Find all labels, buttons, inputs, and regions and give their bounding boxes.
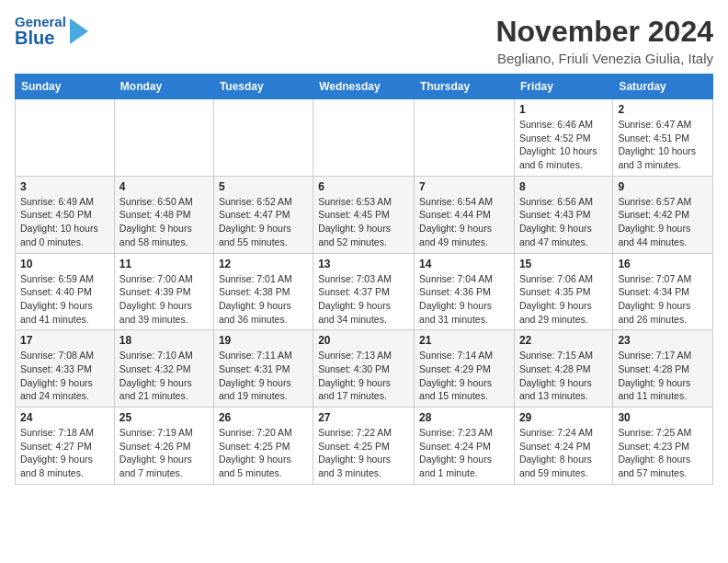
calendar-day-cell: 16Sunrise: 7:07 AM Sunset: 4:34 PM Dayli…	[613, 253, 713, 330]
day-detail: Sunrise: 7:01 AM Sunset: 4:38 PM Dayligh…	[219, 272, 308, 327]
day-number: 17	[20, 334, 109, 347]
calendar-day-cell	[313, 99, 415, 177]
svg-marker-0	[70, 18, 88, 44]
day-number: 1	[519, 103, 608, 116]
day-number: 9	[618, 180, 708, 193]
col-header-wednesday: Wednesday	[313, 75, 415, 99]
day-detail: Sunrise: 7:25 AM Sunset: 4:23 PM Dayligh…	[618, 426, 708, 480]
calendar-day-cell: 7Sunrise: 6:54 AM Sunset: 4:44 PM Daylig…	[415, 176, 515, 253]
day-detail: Sunrise: 7:04 AM Sunset: 4:36 PM Dayligh…	[419, 272, 509, 327]
day-detail: Sunrise: 7:07 AM Sunset: 4:34 PM Dayligh…	[618, 272, 708, 327]
day-detail: Sunrise: 7:00 AM Sunset: 4:39 PM Dayligh…	[119, 272, 209, 327]
day-number: 10	[20, 258, 109, 270]
header: General Blue November 2024 Begliano, Fri…	[15, 15, 713, 66]
day-number: 26	[219, 411, 308, 424]
day-detail: Sunrise: 6:47 AM Sunset: 4:51 PM Dayligh…	[618, 118, 708, 172]
calendar-day-cell: 29Sunrise: 7:24 AM Sunset: 4:24 PM Dayli…	[514, 408, 612, 485]
day-detail: Sunrise: 7:10 AM Sunset: 4:32 PM Dayligh…	[119, 349, 209, 403]
day-number: 19	[219, 334, 308, 347]
day-number: 6	[318, 180, 409, 193]
logo-general: General	[15, 15, 66, 29]
calendar-day-cell: 5Sunrise: 6:52 AM Sunset: 4:47 PM Daylig…	[213, 176, 313, 253]
day-detail: Sunrise: 6:59 AM Sunset: 4:40 PM Dayligh…	[20, 272, 109, 327]
day-detail: Sunrise: 6:52 AM Sunset: 4:47 PM Dayligh…	[219, 195, 308, 249]
calendar-day-cell: 21Sunrise: 7:14 AM Sunset: 4:29 PM Dayli…	[415, 330, 515, 408]
calendar-day-cell	[114, 99, 213, 177]
calendar-day-cell: 3Sunrise: 6:49 AM Sunset: 4:50 PM Daylig…	[16, 176, 115, 253]
day-number: 24	[20, 411, 109, 424]
calendar-day-cell: 17Sunrise: 7:08 AM Sunset: 4:33 PM Dayli…	[16, 330, 115, 408]
calendar-week-row: 24Sunrise: 7:18 AM Sunset: 4:27 PM Dayli…	[16, 408, 713, 485]
calendar-day-cell: 11Sunrise: 7:00 AM Sunset: 4:39 PM Dayli…	[114, 253, 213, 330]
col-header-thursday: Thursday	[415, 75, 515, 99]
col-header-saturday: Saturday	[613, 75, 713, 99]
day-detail: Sunrise: 6:53 AM Sunset: 4:45 PM Dayligh…	[318, 195, 409, 249]
day-detail: Sunrise: 6:56 AM Sunset: 4:43 PM Dayligh…	[519, 195, 608, 249]
day-detail: Sunrise: 6:54 AM Sunset: 4:44 PM Dayligh…	[419, 195, 509, 249]
calendar-day-cell: 2Sunrise: 6:47 AM Sunset: 4:51 PM Daylig…	[613, 99, 713, 177]
col-header-sunday: Sunday	[16, 75, 115, 99]
calendar-day-cell: 10Sunrise: 6:59 AM Sunset: 4:40 PM Dayli…	[16, 253, 115, 330]
day-detail: Sunrise: 7:20 AM Sunset: 4:25 PM Dayligh…	[219, 426, 308, 480]
day-number: 5	[219, 180, 308, 193]
day-number: 8	[519, 180, 608, 193]
day-detail: Sunrise: 6:57 AM Sunset: 4:42 PM Dayligh…	[618, 195, 708, 249]
day-number: 13	[318, 258, 409, 270]
day-detail: Sunrise: 7:24 AM Sunset: 4:24 PM Dayligh…	[519, 426, 608, 480]
logo-icon	[68, 18, 88, 44]
title-area: November 2024 Begliano, Friuli Venezia G…	[495, 15, 713, 66]
calendar-week-row: 1Sunrise: 6:46 AM Sunset: 4:52 PM Daylig…	[16, 99, 713, 177]
day-detail: Sunrise: 6:49 AM Sunset: 4:50 PM Dayligh…	[20, 195, 109, 249]
day-number: 27	[318, 411, 409, 424]
subtitle: Begliano, Friuli Venezia Giulia, Italy	[495, 51, 713, 66]
col-header-monday: Monday	[114, 75, 213, 99]
calendar-day-cell: 14Sunrise: 7:04 AM Sunset: 4:36 PM Dayli…	[415, 253, 515, 330]
day-number: 23	[618, 334, 708, 347]
day-detail: Sunrise: 6:46 AM Sunset: 4:52 PM Dayligh…	[519, 118, 608, 172]
calendar-day-cell: 26Sunrise: 7:20 AM Sunset: 4:25 PM Dayli…	[213, 408, 313, 485]
logo: General Blue	[15, 15, 88, 47]
calendar-day-cell: 6Sunrise: 6:53 AM Sunset: 4:45 PM Daylig…	[313, 176, 415, 253]
calendar-day-cell: 30Sunrise: 7:25 AM Sunset: 4:23 PM Dayli…	[613, 408, 713, 485]
calendar-day-cell: 12Sunrise: 7:01 AM Sunset: 4:38 PM Dayli…	[213, 253, 313, 330]
calendar-day-cell: 13Sunrise: 7:03 AM Sunset: 4:37 PM Dayli…	[313, 253, 415, 330]
day-detail: Sunrise: 6:50 AM Sunset: 4:48 PM Dayligh…	[119, 195, 209, 249]
calendar-week-row: 10Sunrise: 6:59 AM Sunset: 4:40 PM Dayli…	[16, 253, 713, 330]
day-number: 4	[119, 180, 209, 193]
day-detail: Sunrise: 7:15 AM Sunset: 4:28 PM Dayligh…	[519, 349, 608, 403]
day-number: 30	[618, 411, 708, 424]
calendar-day-cell	[213, 99, 313, 177]
day-number: 2	[618, 103, 708, 116]
day-number: 7	[419, 180, 509, 193]
day-detail: Sunrise: 7:19 AM Sunset: 4:26 PM Dayligh…	[119, 426, 209, 480]
day-detail: Sunrise: 7:14 AM Sunset: 4:29 PM Dayligh…	[419, 349, 509, 403]
day-detail: Sunrise: 7:03 AM Sunset: 4:37 PM Dayligh…	[318, 272, 409, 327]
col-header-tuesday: Tuesday	[213, 75, 313, 99]
calendar-week-row: 3Sunrise: 6:49 AM Sunset: 4:50 PM Daylig…	[16, 176, 713, 253]
calendar-header-row: SundayMondayTuesdayWednesdayThursdayFrid…	[16, 75, 713, 99]
calendar-day-cell	[16, 99, 115, 177]
calendar-day-cell: 25Sunrise: 7:19 AM Sunset: 4:26 PM Dayli…	[114, 408, 213, 485]
day-number: 11	[119, 258, 209, 270]
calendar-day-cell	[415, 99, 515, 177]
day-detail: Sunrise: 7:13 AM Sunset: 4:30 PM Dayligh…	[318, 349, 409, 403]
day-detail: Sunrise: 7:11 AM Sunset: 4:31 PM Dayligh…	[219, 349, 308, 403]
calendar-day-cell: 23Sunrise: 7:17 AM Sunset: 4:28 PM Dayli…	[613, 330, 713, 408]
day-number: 12	[219, 258, 308, 270]
day-detail: Sunrise: 7:17 AM Sunset: 4:28 PM Dayligh…	[618, 349, 708, 403]
day-number: 25	[119, 411, 209, 424]
calendar-day-cell: 18Sunrise: 7:10 AM Sunset: 4:32 PM Dayli…	[114, 330, 213, 408]
calendar-day-cell: 20Sunrise: 7:13 AM Sunset: 4:30 PM Dayli…	[313, 330, 415, 408]
day-number: 3	[20, 180, 109, 193]
calendar-day-cell: 19Sunrise: 7:11 AM Sunset: 4:31 PM Dayli…	[213, 330, 313, 408]
day-number: 22	[519, 334, 608, 347]
calendar-day-cell: 9Sunrise: 6:57 AM Sunset: 4:42 PM Daylig…	[613, 176, 713, 253]
day-detail: Sunrise: 7:22 AM Sunset: 4:25 PM Dayligh…	[318, 426, 409, 480]
calendar-day-cell: 27Sunrise: 7:22 AM Sunset: 4:25 PM Dayli…	[313, 408, 415, 485]
col-header-friday: Friday	[514, 75, 612, 99]
calendar-day-cell: 24Sunrise: 7:18 AM Sunset: 4:27 PM Dayli…	[16, 408, 115, 485]
day-number: 20	[318, 334, 409, 347]
calendar-day-cell: 1Sunrise: 6:46 AM Sunset: 4:52 PM Daylig…	[514, 99, 612, 177]
day-detail: Sunrise: 7:06 AM Sunset: 4:35 PM Dayligh…	[519, 272, 608, 327]
logo-blue: Blue	[15, 29, 66, 47]
